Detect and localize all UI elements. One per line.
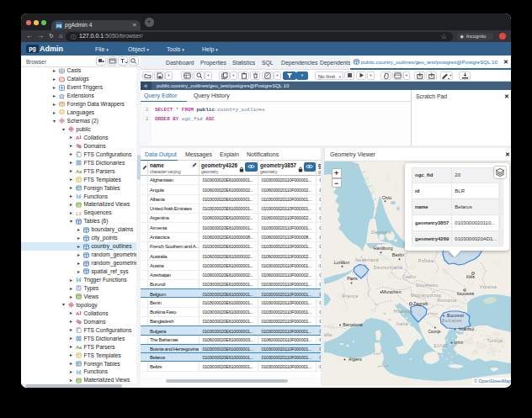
svg-text:Munchen: Munchen — [381, 289, 401, 294]
svg-text:Danmark: Danmark — [371, 230, 391, 235]
svg-text:рбија: рбија — [428, 311, 439, 315]
svg-text:T: T — [77, 287, 80, 291]
svg-text:Bucuresti: Bucuresti — [447, 314, 464, 318]
svg-text:تونس: تونس — [374, 352, 381, 355]
svg-text:Polska: Polska — [418, 258, 434, 263]
svg-text:ΕΛΛΑΣ: ΕΛΛΑΣ — [434, 344, 448, 348]
svg-text:Barcelona: Barcelona — [343, 322, 362, 327]
svg-text:طرابلس: طرابلس — [377, 364, 388, 368]
svg-text:Hrvatska: Hrvatska — [394, 309, 413, 314]
svg-text:Скопје: Скопје — [428, 329, 440, 334]
svg-text:Berlin: Berlin — [392, 252, 404, 257]
svg-text:Istanbul: Istanbul — [459, 326, 474, 331]
svg-text:A: A — [76, 135, 80, 140]
svg-text:Paris: Paris — [347, 276, 358, 281]
svg-text:Nederland: Nederland — [355, 257, 379, 262]
svg-text:Hamburg: Hamburg — [373, 246, 392, 251]
svg-text:Romania: Romania — [438, 298, 457, 303]
svg-text:London: London — [334, 260, 350, 265]
svg-text:1.3: 1.3 — [76, 211, 82, 215]
svg-text:Česko: Česko — [402, 274, 416, 279]
svg-text:Italia: Italia — [396, 321, 408, 326]
svg-text:Кишинёв: Кишинёв — [457, 292, 474, 296]
svg-text:Izmir: Izmir — [455, 340, 464, 345]
svg-text:paña: paña — [324, 332, 332, 337]
svg-text:Deutschland: Deutschland — [374, 265, 402, 270]
svg-text:Aa: Aa — [76, 169, 82, 174]
svg-text:Aa: Aa — [76, 345, 82, 350]
svg-text:Turkiye: Turkiye — [487, 338, 503, 343]
svg-text:Algiers: Algiers — [348, 357, 362, 362]
svg-text:Oslo: Oslo — [382, 195, 392, 200]
svg-text:A: A — [76, 311, 80, 316]
svg-text:Україна: Україна — [480, 284, 497, 289]
svg-text:France: France — [342, 294, 358, 299]
svg-text:Київ: Київ — [466, 274, 475, 279]
svg-text:Zagreb: Zagreb — [413, 301, 428, 306]
svg-text:България: България — [442, 319, 462, 323]
svg-text:Slovensko: Slovensko — [416, 283, 439, 288]
